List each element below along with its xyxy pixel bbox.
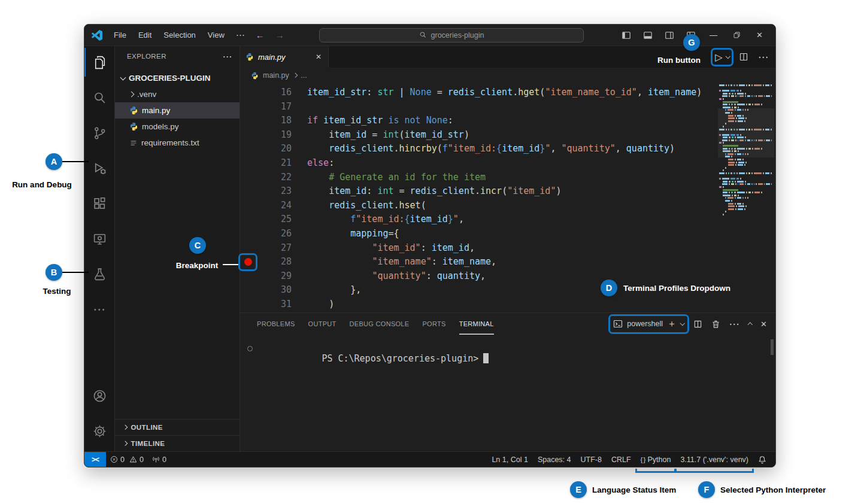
code-line-21[interactable]: 21else:: [240, 156, 716, 171]
search-view-icon[interactable]: [84, 83, 114, 112]
toggle-panel-icon[interactable]: [638, 29, 657, 42]
tab-problems[interactable]: PROBLEMS: [257, 313, 295, 335]
code-line-22[interactable]: 22 # Generate an id for the item: [240, 171, 716, 185]
breakpoint-gutter[interactable]: [240, 114, 256, 128]
breakpoint-gutter[interactable]: [240, 142, 256, 156]
menu-edit[interactable]: Edit: [133, 29, 157, 41]
tree-item-requirements-txt[interactable]: requirements.txt: [115, 135, 240, 151]
tab-output[interactable]: OUTPUT: [308, 313, 337, 335]
terminal-view[interactable]: PS C:\Repos\groceries-plugin>: [240, 335, 775, 451]
terminal-profiles-dropdown-icon[interactable]: [680, 321, 685, 326]
line-number[interactable]: 29: [256, 269, 292, 284]
breakpoint-gutter[interactable]: [240, 171, 256, 185]
breakpoint-gutter[interactable]: [240, 283, 256, 297]
minimize-button[interactable]: —: [703, 29, 724, 41]
eol-status[interactable]: CRLF: [607, 456, 635, 464]
menu-file[interactable]: File: [108, 29, 132, 41]
code-line-18[interactable]: 18if item_id_str is not None:: [240, 114, 716, 128]
tab-close-icon[interactable]: ✕: [314, 53, 323, 61]
line-number[interactable]: 21: [256, 156, 292, 171]
run-python-file-icon[interactable]: ▷: [715, 51, 722, 63]
breakpoint-gutter[interactable]: [240, 297, 256, 312]
breakpoint-gutter[interactable]: [240, 241, 256, 256]
restore-button[interactable]: [726, 29, 747, 41]
line-number[interactable]: 26: [256, 227, 292, 241]
tab-ports[interactable]: PORTS: [422, 313, 445, 335]
tree-item-models-py[interactable]: models.py: [115, 119, 240, 135]
breakpoint-gutter[interactable]: [240, 86, 256, 100]
command-center-search[interactable]: groceries-plugin: [319, 28, 584, 42]
code-line-16[interactable]: 16item_id_str: str | None = redis_client…: [240, 86, 716, 100]
problems-status[interactable]: 0 0: [106, 452, 148, 467]
close-button[interactable]: ✕: [750, 29, 769, 41]
breakpoint-gutter[interactable]: [240, 227, 256, 241]
remote-indicator[interactable]: ><: [84, 452, 106, 467]
code-line-25[interactable]: 25 f"item_id:{item_id}",: [240, 212, 716, 227]
code-line-27[interactable]: 27 "item_id": item_id,: [240, 241, 716, 256]
line-number[interactable]: 27: [256, 241, 292, 256]
line-number[interactable]: 16: [256, 86, 292, 100]
breakpoint-gutter[interactable]: [240, 100, 256, 114]
cursor-position-status[interactable]: Ln 1, Col 1: [487, 456, 532, 464]
explorer-icon[interactable]: [84, 48, 114, 77]
python-interpreter-status[interactable]: 3.11.7 ('.venv': venv): [676, 456, 753, 464]
toggle-primary-sidebar-icon[interactable]: [617, 29, 636, 42]
panel-more-actions-icon[interactable]: ⋯: [729, 318, 739, 330]
line-number[interactable]: 25: [256, 212, 292, 227]
line-number[interactable]: 22: [256, 171, 292, 185]
line-number[interactable]: 19: [256, 128, 292, 142]
terminal-scrollbar[interactable]: [771, 339, 774, 355]
line-number[interactable]: 20: [256, 142, 292, 156]
code-line-20[interactable]: 20 redis_client.hincrby(f"item_id:{item_…: [240, 142, 716, 156]
breakpoint-gutter[interactable]: [240, 212, 256, 227]
line-number[interactable]: 18: [256, 114, 292, 128]
code-line-24[interactable]: 24 redis_client.hset(: [240, 199, 716, 213]
line-number[interactable]: 31: [256, 297, 292, 312]
breakpoint-gutter[interactable]: [240, 269, 256, 284]
source-control-icon[interactable]: [84, 119, 114, 147]
code-line-28[interactable]: 28 "item_name": item_name,: [240, 255, 716, 269]
run-and-debug-icon[interactable]: [84, 154, 114, 183]
split-editor-icon[interactable]: [739, 52, 748, 62]
testing-icon[interactable]: [84, 260, 114, 289]
toggle-secondary-sidebar-icon[interactable]: [660, 29, 679, 42]
editor-more-actions-icon[interactable]: ⋯: [758, 51, 768, 63]
code-line-23[interactable]: 23 item_id: int = redis_client.incr("ite…: [240, 184, 716, 199]
additional-views-icon[interactable]: ⋯: [84, 295, 114, 324]
code-line-29[interactable]: 29 "quantity": quantity,: [240, 269, 716, 284]
run-dropdown-icon[interactable]: [725, 54, 730, 59]
split-terminal-icon[interactable]: [693, 320, 702, 329]
line-number[interactable]: 28: [256, 255, 292, 269]
line-number[interactable]: 30: [256, 283, 292, 297]
menu-selection[interactable]: Selection: [158, 29, 201, 41]
new-terminal-icon[interactable]: ＋: [667, 318, 677, 330]
tree-item-main-py[interactable]: main.py: [115, 102, 240, 119]
breakpoint-gutter[interactable]: [240, 128, 256, 142]
tab-terminal[interactable]: TERMINAL: [459, 313, 494, 335]
indentation-status[interactable]: Spaces: 4: [533, 456, 575, 464]
manage-gear-icon[interactable]: [84, 417, 114, 445]
line-number[interactable]: 23: [256, 184, 292, 199]
code-line-19[interactable]: 19 item_id = int(item_id_str): [240, 128, 716, 142]
outline-section[interactable]: OUTLINE: [115, 419, 240, 435]
maximize-panel-icon[interactable]: [747, 323, 752, 327]
close-panel-icon[interactable]: ✕: [760, 320, 767, 329]
line-number[interactable]: 17: [256, 100, 292, 114]
remote-explorer-icon[interactable]: [84, 224, 114, 253]
navigate-back-icon[interactable]: ←: [251, 30, 269, 40]
encoding-status[interactable]: UTF-8: [576, 456, 605, 464]
extensions-icon[interactable]: [84, 189, 114, 218]
explorer-more-actions-icon[interactable]: ⋯: [223, 51, 232, 62]
kill-terminal-icon[interactable]: [711, 320, 720, 329]
breakpoint-gutter[interactable]: [240, 184, 256, 199]
accounts-icon[interactable]: [84, 381, 114, 410]
menu-overflow-icon[interactable]: ⋯: [231, 30, 250, 41]
code-line-26[interactable]: 26 mapping={: [240, 227, 716, 241]
breadcrumb[interactable]: main.py ...: [240, 68, 775, 83]
tree-root-folder[interactable]: GROCERIES-PLUGIN: [115, 70, 240, 86]
breakpoint-gutter[interactable]: [240, 199, 256, 213]
ports-status[interactable]: 0: [148, 452, 171, 467]
minimap[interactable]: [719, 84, 772, 312]
notifications-bell-icon[interactable]: [754, 456, 771, 464]
line-number[interactable]: 24: [256, 199, 292, 213]
